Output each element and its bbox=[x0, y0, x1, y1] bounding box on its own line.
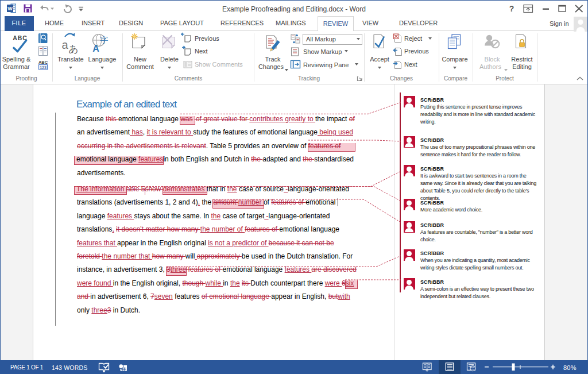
svg-text:A: A bbox=[92, 44, 99, 53]
svg-text:あ: あ bbox=[68, 44, 78, 55]
svg-text:ABC: ABC bbox=[38, 60, 48, 65]
svg-text:a: a bbox=[61, 38, 68, 51]
svg-text:123: 123 bbox=[40, 65, 47, 70]
svg-text:字: 字 bbox=[100, 35, 108, 44]
svg-text:?: ? bbox=[509, 4, 514, 13]
svg-text:W: W bbox=[7, 6, 13, 11]
